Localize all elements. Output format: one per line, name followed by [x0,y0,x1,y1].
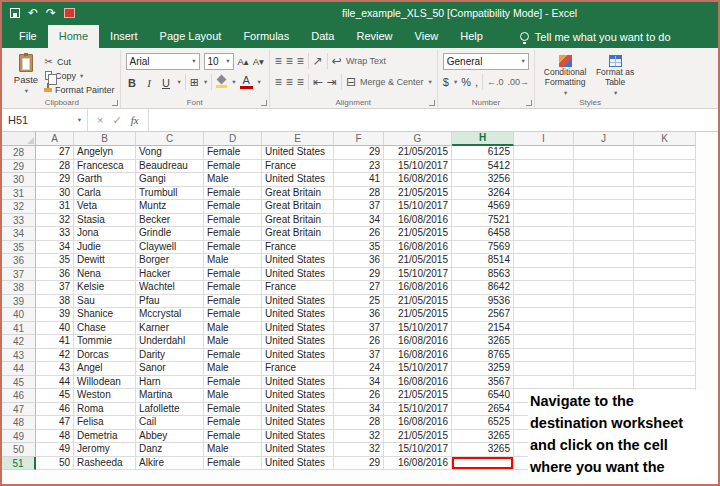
cell-C51[interactable]: Alkire [136,457,204,471]
cell-A28[interactable]: 27 [36,146,74,160]
cell-E51[interactable]: United States [262,457,334,471]
align-middle-button[interactable]: ≡ [286,55,293,67]
cell-C46[interactable]: Martina [136,389,204,403]
font-size-select[interactable]: 10 ▾ [204,53,234,70]
cell-B29[interactable]: Francesca [74,160,136,174]
cell-H33[interactable]: 7521 [452,214,514,228]
cell-I44[interactable] [514,362,574,376]
cell-H45[interactable]: 3567 [452,376,514,390]
underline-button[interactable]: U [160,74,173,90]
row-header-29[interactable]: 29 [2,160,36,174]
cell-D30[interactable]: Male [204,173,262,187]
cell-F41[interactable]: 37 [334,322,384,336]
row-header-50[interactable]: 50 [2,443,36,457]
cell-H49[interactable]: 3265 [452,430,514,444]
cell-F45[interactable]: 34 [334,376,384,390]
cell-A48[interactable]: 47 [36,416,74,430]
alignment-dialog-launcher-icon[interactable] [429,100,435,106]
cell-G49[interactable]: 21/05/2015 [384,430,452,444]
cell-I34[interactable] [514,227,574,241]
cell-G31[interactable]: 21/05/2015 [384,187,452,201]
column-header-E[interactable]: E [262,132,334,146]
font-name-select[interactable]: Arial ▾ [126,53,200,70]
cell-J32[interactable] [574,200,634,214]
cell-B33[interactable]: Stasia [74,214,136,228]
cell-J39[interactable] [574,295,634,309]
cell-H40[interactable]: 2567 [452,308,514,322]
cell-C38[interactable]: Wachtel [136,281,204,295]
cell-H51[interactable] [452,457,514,471]
column-header-I[interactable]: I [514,132,574,146]
undo-icon[interactable]: ↶ [28,7,38,19]
font-color-button[interactable]: A [240,76,253,89]
column-header-G[interactable]: G [384,132,452,146]
clipboard-dialog-launcher-icon[interactable] [112,100,118,106]
cell-F37[interactable]: 29 [334,268,384,282]
cell-D33[interactable]: Female [204,214,262,228]
row-header-49[interactable]: 49 [2,430,36,444]
row-header-47[interactable]: 47 [2,403,36,417]
cell-E33[interactable]: Great Britain [262,214,334,228]
cell-B46[interactable]: Weston [74,389,136,403]
cell-H28[interactable]: 6125 [452,146,514,160]
cell-D28[interactable]: Female [204,146,262,160]
cell-A51[interactable]: 50 [36,457,74,471]
cell-D31[interactable]: Female [204,187,262,201]
merge-center-caret-icon[interactable]: ▾ [429,78,432,86]
comma-style-button[interactable]: , [475,77,478,88]
column-header-B[interactable]: B [74,132,136,146]
cell-E31[interactable]: Great Britain [262,187,334,201]
font-dialog-launcher-icon[interactable] [261,100,267,106]
cell-B32[interactable]: Veta [74,200,136,214]
name-box[interactable]: H51 ▾ [2,109,88,131]
cell-B36[interactable]: Dewitt [74,254,136,268]
cell-B28[interactable]: Angelyn [74,146,136,160]
cell-H38[interactable]: 8642 [452,281,514,295]
cell-E29[interactable]: France [262,160,334,174]
cell-A46[interactable]: 45 [36,389,74,403]
cell-C47[interactable]: Lafollette [136,403,204,417]
cell-I33[interactable] [514,214,574,228]
cell-I28[interactable] [514,146,574,160]
cell-H39[interactable]: 9536 [452,295,514,309]
cell-A38[interactable]: 37 [36,281,74,295]
cell-D35[interactable]: Female [204,241,262,255]
cell-A47[interactable]: 46 [36,403,74,417]
cell-H35[interactable]: 7569 [452,241,514,255]
cell-A33[interactable]: 32 [36,214,74,228]
cell-D32[interactable]: Female [204,200,262,214]
cell-F36[interactable]: 36 [334,254,384,268]
cell-I29[interactable] [514,160,574,174]
number-format-select[interactable]: General ▾ [443,53,529,70]
cell-B38[interactable]: Kelsie [74,281,136,295]
increase-font-size-button[interactable]: A▴ [238,56,249,67]
cell-G45[interactable]: 16/08/2016 [384,376,452,390]
borders-button[interactable]: ⊞ [190,77,199,88]
cell-H42[interactable]: 3265 [452,335,514,349]
cell-E47[interactable]: United States [262,403,334,417]
cell-F43[interactable]: 37 [334,349,384,363]
cell-C37[interactable]: Hacker [136,268,204,282]
cell-H50[interactable]: 3265 [452,443,514,457]
cell-I38[interactable] [514,281,574,295]
cell-G37[interactable]: 15/10/2017 [384,268,452,282]
cell-J30[interactable] [574,173,634,187]
cell-I32[interactable] [514,200,574,214]
cell-B43[interactable]: Dorcas [74,349,136,363]
row-header-34[interactable]: 34 [2,227,36,241]
merge-center-button[interactable]: Merge & Center [360,77,424,87]
cell-G32[interactable]: 15/10/2017 [384,200,452,214]
cell-K43[interactable] [634,349,696,363]
cell-K36[interactable] [634,254,696,268]
row-header-28[interactable]: 28 [2,146,36,160]
row-header-44[interactable]: 44 [2,362,36,376]
cell-I39[interactable] [514,295,574,309]
cut-button[interactable]: ✂ Cut [43,55,115,68]
cell-G48[interactable]: 16/08/2016 [384,416,452,430]
cell-H46[interactable]: 6540 [452,389,514,403]
cell-E42[interactable]: United States [262,335,334,349]
cell-A35[interactable]: 34 [36,241,74,255]
cell-I41[interactable] [514,322,574,336]
cell-A49[interactable]: 48 [36,430,74,444]
cell-E49[interactable]: United States [262,430,334,444]
